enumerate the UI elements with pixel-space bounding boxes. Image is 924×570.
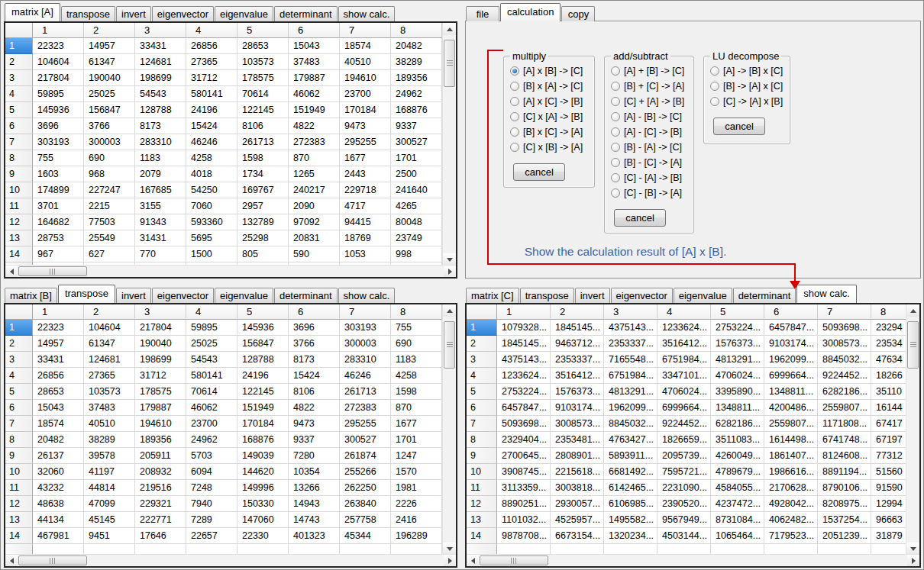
matrix_b-cell-r13c3[interactable]: 222771 [135,512,186,528]
matrix_a-cell-r6c7[interactable]: 9473 [340,118,391,134]
matrix_c-cell-r3c6[interactable]: 1962099... [764,352,818,368]
matrix_b-cell-r5c1[interactable]: 28653 [33,384,84,400]
matrix_c-cell-r4c7[interactable]: 9224452... [818,368,871,384]
matrix_b-corner-cell[interactable] [5,304,33,320]
matrix_a-row-header-5[interactable]: 5 [5,102,33,118]
scroll-up-icon[interactable] [443,23,456,35]
matrix_c-cell-r9c1[interactable]: 2700645... [497,448,551,464]
matrix_a-cell-r9c7[interactable]: 2443 [340,166,391,182]
matrix_a-row-header-3[interactable]: 3 [5,70,33,86]
matrix_a-cell-r7c4[interactable]: 46246 [186,134,237,150]
matrix_a-cell-r4c4[interactable]: 580141 [186,86,237,102]
matrix_c-cell-r13c7[interactable]: 1537254... [818,512,871,528]
matrix_b-cell-r13c1[interactable]: 44134 [33,512,84,528]
matrix_c-col-header-5[interactable]: 5 [711,304,764,320]
matrix_b-cell-r7c6[interactable]: 9473 [289,416,340,432]
add-subtract-option-c-a-b[interactable]: [C] + [A] -> [B] [605,94,693,109]
matrix_c-cell-r4c5[interactable]: 4706024... [711,368,764,384]
matrix_c-cell-r11c6[interactable]: 2170628... [764,480,818,496]
matrix_a-cell-r12c4[interactable]: 593360 [186,214,237,230]
matrix_c-cell-r8c6[interactable]: 1614498... [764,432,818,448]
matrix_c-row-header-7[interactable]: 7 [467,416,497,432]
matrix_a-cell-r2c3[interactable]: 124681 [135,54,186,70]
scroll-down-icon[interactable] [443,253,456,266]
add-subtract-option-c-b-a[interactable]: [C] - [B] -> [A] [605,185,693,201]
matrix_b-cell-r12c2[interactable]: 47099 [84,496,135,512]
matrix_c-row-header-13[interactable]: 13 [467,512,497,528]
add-subtract-option-b-c-a[interactable]: [B] + [C] -> [A] [605,79,693,94]
matrix_c-cell-r1c4[interactable]: 1233624... [657,320,711,336]
matrix_c-cell-r14c1[interactable]: 9878708... [497,528,551,544]
matrix_a-cell-r2c7[interactable]: 40510 [340,54,391,70]
matrix_a-cell-r12c5[interactable]: 132789 [237,214,289,230]
matrix_a-cell-r4c7[interactable]: 23700 [340,86,391,102]
matrix_c-row-header-4[interactable]: 4 [467,368,497,384]
matrix_a-cell-r1c6[interactable]: 15043 [289,38,340,54]
matrix_a-cell-r12c8[interactable]: 80048 [391,214,442,230]
matrix_a-cell-r7c1[interactable]: 303193 [33,134,84,150]
matrix_c-cell-r14c2[interactable]: 6673154... [551,528,604,544]
matrix_a-cell-r13c8[interactable]: 23749 [391,230,442,246]
matrix_a-cell-r1c8[interactable]: 20482 [391,38,442,54]
matrix_b-row-header-5[interactable]: 5 [5,384,33,400]
matrix_b-tab-transpose[interactable]: transpose [58,285,115,303]
matrix_c-cell-r14c5[interactable]: 1065464... [711,528,764,544]
matrix_b-cell-r3c6[interactable]: 8173 [289,352,340,368]
matrix_b-cell-r10c6[interactable]: 10354 [289,464,340,480]
matrix_c-cell-r4c6[interactable]: 6999664... [764,368,818,384]
matrix_b-cell-r13c4[interactable]: 7289 [186,512,237,528]
matrix_a-cell-r10c5[interactable]: 169767 [237,182,289,198]
matrix_a-cell-r3c2[interactable]: 190040 [84,70,135,86]
matrix_b-cell-r9c3[interactable]: 205911 [135,448,186,464]
matrix_b-col-header-5[interactable]: 5 [237,304,289,320]
matrix_a-cell-r13c6[interactable]: 20831 [289,230,340,246]
multiply-option-a-x-c-b[interactable]: [A] x [C] -> [B] [504,94,594,109]
matrix_c-cell-r13c1[interactable]: 1101032... [497,512,551,528]
matrix_a-cell-r11c8[interactable]: 4265 [391,198,442,214]
matrix_b-cell-r8c4[interactable]: 24962 [186,432,237,448]
matrix_c-col-header-4[interactable]: 4 [657,304,711,320]
matrix_a-cell-r9c6[interactable]: 1265 [289,166,340,182]
matrix_b-cell-r2c6[interactable]: 3766 [289,336,340,352]
matrix_c-cell-r3c2[interactable]: 2353337... [551,352,604,368]
matrix_a-cell-r6c6[interactable]: 4822 [289,118,340,134]
matrix_a-tab-transpose[interactable]: transpose [61,6,115,21]
matrix_a-row-header-8[interactable]: 8 [5,150,33,166]
matrix_a-cell-r8c6[interactable]: 870 [289,150,340,166]
matrix_a-cell-r3c6[interactable]: 179887 [289,70,340,86]
matrix_a-cell-r12c1[interactable]: 164682 [33,214,84,230]
matrix_a-vscroll-thumb[interactable] [444,40,455,87]
matrix_c-row-header-3[interactable]: 3 [467,352,497,368]
matrix_a-cell-r5c7[interactable]: 170184 [340,102,391,118]
matrix_c-cell-r12c2[interactable]: 2930057... [551,496,604,512]
matrix_b-tab-show-calc[interactable]: show calc. [338,288,396,303]
matrix_b-cell-r10c8[interactable]: 1570 [391,464,442,480]
matrix_b-row-header-3[interactable]: 3 [5,352,33,368]
matrix_a-col-header-2[interactable]: 2 [84,23,135,38]
matrix_a-cell-r10c4[interactable]: 54250 [186,182,237,198]
matrix_c-cell-r3c5[interactable]: 4813291... [711,352,764,368]
matrix_a-cell-r7c5[interactable]: 261713 [237,134,289,150]
matrix_b-cell-r8c6[interactable]: 9337 [289,432,340,448]
matrix_a-row-header-10[interactable]: 10 [5,182,33,198]
matrix_a-hscroll-thumb[interactable] [18,266,87,276]
matrix_a-cell-r14c3[interactable]: 770 [135,246,186,262]
matrix_b-cell-r4c1[interactable]: 26856 [33,368,84,384]
matrix_c-col-header-1[interactable]: 1 [497,304,551,320]
scroll-right-icon[interactable] [444,555,456,566]
matrix_c-row-header-11[interactable]: 11 [467,480,497,496]
cancel-button-lu-decompose[interactable]: cancel [713,118,765,135]
matrix_a-cell-r12c7[interactable]: 94415 [340,214,391,230]
calculation-tab-file[interactable]: file [466,6,499,21]
matrix_a-cell-r13c7[interactable]: 18769 [340,230,391,246]
matrix_a-cell-r5c6[interactable]: 151949 [289,102,340,118]
matrix_a-cell-r8c4[interactable]: 4258 [186,150,237,166]
matrix_c-cell-r6c1[interactable]: 6457847... [497,400,551,416]
matrix_a-col-header-8[interactable]: 8 [391,23,442,38]
matrix_b-cell-r12c1[interactable]: 48638 [33,496,84,512]
calculation-tab-calculation[interactable]: calculation [500,3,561,21]
add-subtract-option-c-a-b[interactable]: [C] - [A] -> [B] [605,170,693,185]
matrix_b-cell-r8c3[interactable]: 189356 [135,432,186,448]
matrix_c-cell-r2c4[interactable]: 3516412... [657,336,711,352]
matrix_b-row-header-6[interactable]: 6 [5,400,33,416]
